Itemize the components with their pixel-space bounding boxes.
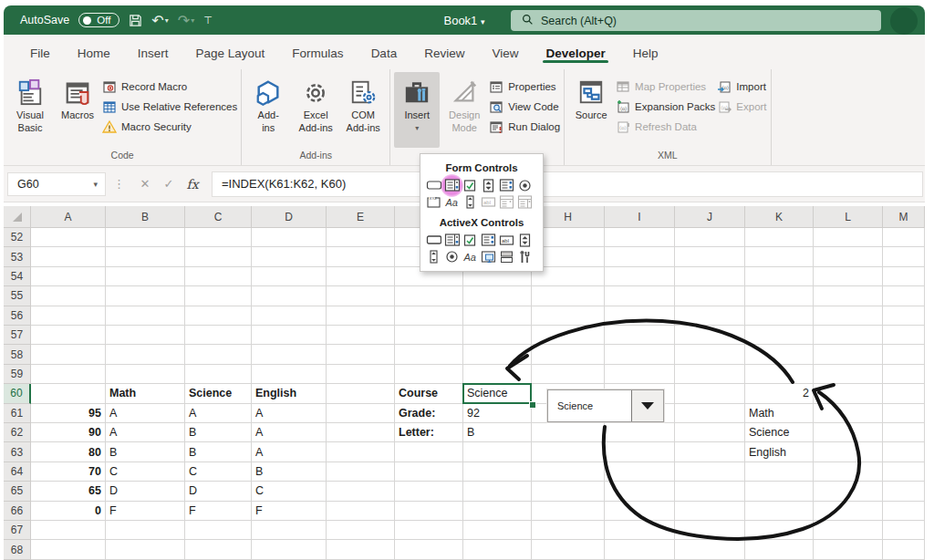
run-dialog-button[interactable]: Run Dialog <box>489 119 560 135</box>
cell-C66[interactable]: F <box>185 502 252 521</box>
visual-basic-button[interactable]: Visual Basic <box>7 72 53 148</box>
form-control-combo-box-icon[interactable] <box>444 179 460 192</box>
cell-G67[interactable] <box>463 521 532 540</box>
cell-F65[interactable] <box>395 482 463 501</box>
cell-E66[interactable] <box>327 502 395 521</box>
cell-M58[interactable] <box>883 345 925 364</box>
column-header-K[interactable]: K <box>745 206 814 228</box>
cell-B67[interactable] <box>106 521 185 540</box>
cell-C53[interactable] <box>185 247 252 266</box>
cell-L52[interactable] <box>814 228 883 247</box>
column-header-A[interactable]: A <box>31 206 106 228</box>
cell-I57[interactable] <box>605 326 675 345</box>
use-relative-references-button[interactable]: Use Relative References <box>102 99 237 115</box>
cell-F56[interactable] <box>395 306 463 326</box>
cell-C65[interactable]: D <box>185 482 252 501</box>
cell-C55[interactable] <box>185 286 252 306</box>
cell-C63[interactable]: B <box>185 442 252 461</box>
tab-view[interactable]: View <box>480 39 530 66</box>
cell-B66[interactable]: F <box>106 502 185 521</box>
cell-G61[interactable]: 92 <box>463 404 532 423</box>
cell-A64[interactable]: 70 <box>31 462 106 482</box>
cell-C62[interactable]: B <box>185 423 252 442</box>
cell-I55[interactable] <box>605 286 675 306</box>
cell-H67[interactable] <box>532 521 605 540</box>
cell-J53[interactable] <box>675 247 745 266</box>
cell-F61[interactable]: Grade: <box>395 404 463 423</box>
cell-E56[interactable] <box>327 306 395 326</box>
activex-control-toggle-button-icon[interactable] <box>499 250 514 264</box>
cell-A65[interactable]: 65 <box>31 482 106 501</box>
cell-C61[interactable]: A <box>185 404 252 423</box>
form-control-option-button-icon[interactable] <box>517 179 533 192</box>
cell-D57[interactable] <box>252 326 327 345</box>
cell-K54[interactable] <box>745 267 814 286</box>
cell-A63[interactable]: 80 <box>31 442 106 461</box>
cell-L56[interactable] <box>814 306 883 326</box>
row-header-56[interactable]: 56 <box>4 306 31 326</box>
name-box-dropdown-icon[interactable]: ▾ <box>93 180 105 189</box>
cell-A62[interactable]: 90 <box>31 423 106 442</box>
cell-M65[interactable] <box>883 482 925 501</box>
expansion-packs-button[interactable]: 〈o〉Expansion Packs <box>616 99 715 115</box>
select-all-corner[interactable] <box>4 206 31 228</box>
cell-E55[interactable] <box>327 286 395 306</box>
cell-H65[interactable] <box>532 482 605 501</box>
column-header-I[interactable]: I <box>605 206 675 228</box>
form-control-check-box-icon[interactable] <box>462 179 478 192</box>
form-control-scroll-bar-icon[interactable] <box>462 195 478 209</box>
tab-insert[interactable]: Insert <box>126 39 181 66</box>
cell-H62[interactable] <box>532 423 605 442</box>
cell-M61[interactable] <box>883 404 925 423</box>
activex-control-combo-box-icon[interactable] <box>444 233 460 247</box>
cell-C58[interactable] <box>185 345 252 364</box>
cell-B68[interactable] <box>106 540 185 559</box>
cell-E58[interactable] <box>327 345 395 364</box>
undo-icon[interactable]: ↶▾ <box>151 12 168 29</box>
cell-G66[interactable] <box>463 502 532 521</box>
row-header-60[interactable]: 60 <box>4 384 31 403</box>
cell-J67[interactable] <box>675 521 745 540</box>
design-mode-button[interactable]: Design Mode <box>441 72 487 148</box>
row-header-52[interactable]: 52 <box>4 228 31 247</box>
cell-G68[interactable] <box>463 540 532 559</box>
cell-B56[interactable] <box>106 306 185 326</box>
cell-L60[interactable] <box>814 384 883 403</box>
cell-F60[interactable]: Course <box>395 384 463 403</box>
activex-control-image-icon[interactable] <box>481 250 496 264</box>
refresh-data-button[interactable]: 〈o〉Refresh Data <box>616 119 715 135</box>
activex-control-more-controls-icon[interactable] <box>517 250 533 264</box>
cell-H59[interactable] <box>532 365 605 384</box>
record-macro-button[interactable]: Record Macro <box>102 78 237 95</box>
row-header-62[interactable]: 62 <box>4 423 31 442</box>
cell-B63[interactable]: B <box>106 442 185 461</box>
cell-E63[interactable] <box>327 442 395 461</box>
cell-D53[interactable] <box>252 247 327 266</box>
column-header-B[interactable]: B <box>106 206 185 228</box>
cell-E62[interactable] <box>327 423 395 442</box>
cell-F63[interactable] <box>395 442 463 461</box>
cell-J60[interactable] <box>675 384 745 403</box>
cell-H64[interactable] <box>532 462 605 482</box>
cell-H63[interactable] <box>532 442 605 461</box>
cell-L68[interactable] <box>814 540 883 559</box>
cell-B52[interactable] <box>106 228 185 247</box>
cell-C67[interactable] <box>185 521 252 540</box>
cell-F68[interactable] <box>395 540 463 559</box>
tab-help[interactable]: Help <box>621 39 670 66</box>
cell-E68[interactable] <box>327 540 395 559</box>
cell-L54[interactable] <box>814 267 883 286</box>
cell-I68[interactable] <box>605 540 675 559</box>
cell-F55[interactable] <box>395 286 463 306</box>
cell-D52[interactable] <box>252 228 327 247</box>
cell-A68[interactable] <box>31 540 106 559</box>
cell-B61[interactable]: A <box>106 404 185 423</box>
cell-M62[interactable] <box>883 423 925 442</box>
name-box[interactable]: G60 ▾ <box>7 172 106 196</box>
row-header-66[interactable]: 66 <box>4 502 31 521</box>
formula-input[interactable]: =INDEX(K61:K62, K60) <box>212 171 923 197</box>
cell-L66[interactable] <box>814 502 883 521</box>
cell-L64[interactable] <box>814 462 883 482</box>
column-header-J[interactable]: J <box>675 206 745 228</box>
cell-A52[interactable] <box>31 228 106 247</box>
